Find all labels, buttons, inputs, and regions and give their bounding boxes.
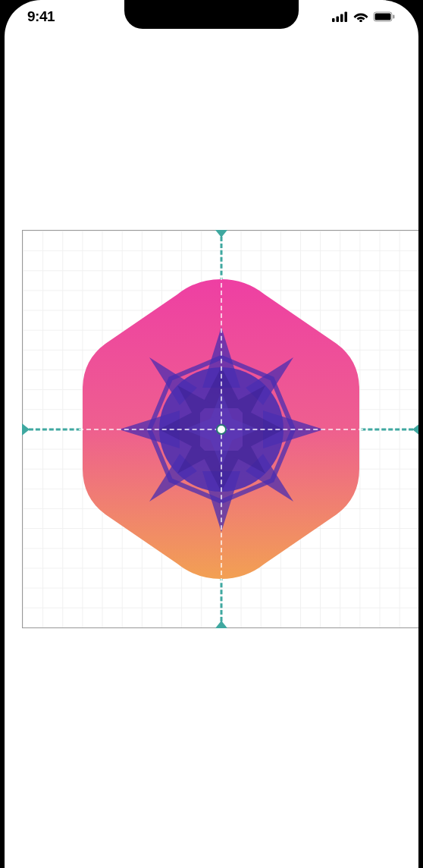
svg-rect-2 xyxy=(340,14,343,23)
guide-handle-left[interactable] xyxy=(22,423,30,436)
battery-icon xyxy=(373,11,396,22)
svg-rect-3 xyxy=(345,12,348,23)
wifi-icon xyxy=(353,11,368,22)
svg-rect-0 xyxy=(332,18,335,22)
center-anchor-point[interactable] xyxy=(216,424,227,435)
device-frame: 9:41 xyxy=(5,0,418,868)
guide-handle-top[interactable] xyxy=(215,230,227,237)
guide-handle-bottom[interactable] xyxy=(215,621,227,628)
guide-handle-right[interactable] xyxy=(412,423,418,436)
status-time: 9:41 xyxy=(27,8,55,25)
device-notch xyxy=(124,0,299,29)
design-canvas[interactable] xyxy=(22,230,418,628)
svg-rect-1 xyxy=(337,17,340,23)
svg-point-4 xyxy=(359,20,362,22)
cellular-signal-icon xyxy=(332,11,349,22)
svg-rect-6 xyxy=(375,14,391,20)
svg-rect-7 xyxy=(393,15,395,19)
status-icons xyxy=(332,11,396,22)
